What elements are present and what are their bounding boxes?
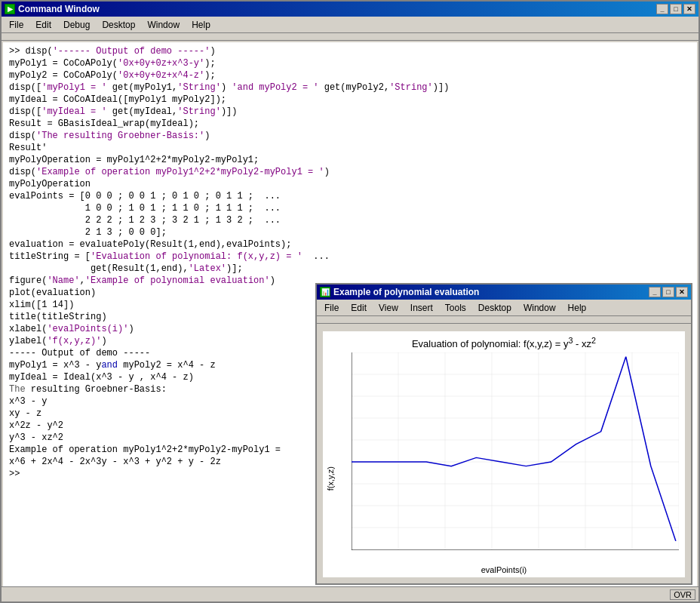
fig-title-controls: _ □ ✕ [649, 287, 688, 297]
code-line-5: myIdeal = CoCoAIdeal([myPoly1 myPoly2]); [9, 94, 691, 106]
code-line-16: 2 1 3 ; 0 0 0]; [9, 226, 691, 238]
code-line-1: >> disp('------ Output of demo -----') [9, 45, 691, 57]
code-line-9: Result' [9, 142, 691, 154]
y-axis-label: f(x,y,z) [326, 466, 335, 491]
code-line-2: myPoly1 = CoCoAPoly('0x+0y+0z+x^3-y'); [9, 57, 691, 69]
main-title-bar: ▶ Command Window _ □ ✕ [2, 2, 698, 17]
fig-toolbar [317, 316, 691, 324]
menu-file[interactable]: File [3, 18, 29, 32]
code-line-14: 1 0 0 ; 1 0 1 ; 1 1 0 ; 1 1 1 ; ... [9, 202, 691, 214]
figure-title-bar: 📊 Example of polynomial evaluation _ □ ✕ [317, 285, 691, 300]
menu-edit[interactable]: Edit [29, 18, 57, 32]
x-axis-label: evalPoints(i) [323, 565, 685, 574]
maximize-button[interactable]: □ [670, 4, 682, 14]
close-button[interactable]: ✕ [683, 4, 695, 14]
ovr-indicator: OVR [670, 589, 695, 600]
fig-menu-window[interactable]: Window [517, 301, 562, 315]
window-icon: ▶ [5, 4, 15, 14]
fig-menu-tools[interactable]: Tools [439, 301, 472, 315]
code-line-11: disp('Example of operation myPoly1^2+2*m… [9, 166, 691, 178]
code-line-13: evalPoints = [0 0 0 ; 0 0 1 ; 0 1 0 ; 0 … [9, 190, 691, 202]
code-line-15: 2 2 2 ; 1 2 3 ; 3 2 1 ; 1 3 2 ; ... [9, 214, 691, 226]
chart-title: Evaluation of polynomial: f(x,y,z) = y3 … [323, 331, 685, 351]
code-line-3: myPoly2 = CoCoAPoly('0x+0y+0z+x^4-z'); [9, 69, 691, 82]
code-line-6: disp(['myIdeal = ' get(myIdeal,'String')… [9, 106, 691, 118]
figure-title-text: Example of polynomial evaluation [333, 287, 479, 297]
main-title-text: Command Window [18, 4, 100, 14]
code-line-8: disp('The resulting Groebner-Basis:') [9, 130, 691, 142]
code-line-18: titleString = ['Evaluation of polynomial… [9, 251, 691, 263]
chart-area: Evaluation of polynomial: f(x,y,z) = y3 … [323, 331, 685, 577]
code-line-7: Result = GBasisIdeal_wrap(myIdeal); [9, 118, 691, 130]
fig-close-button[interactable]: ✕ [676, 287, 688, 297]
fig-menu-file[interactable]: File [318, 301, 345, 315]
fig-menu-edit[interactable]: Edit [345, 301, 373, 315]
title-controls: _ □ ✕ [656, 4, 695, 14]
code-line-10: myPolyOperation = myPoly1^2+2*myPoly2-my… [9, 154, 691, 166]
fig-window-icon: 📊 [320, 287, 330, 297]
menu-desktop[interactable]: Desktop [96, 18, 141, 32]
status-bar: OVR [2, 586, 698, 601]
fig-minimize-button[interactable]: _ [649, 287, 661, 297]
menu-debug[interactable]: Debug [57, 18, 96, 32]
code-line-12: myPolyOperation [9, 178, 691, 190]
title-left: ▶ Command Window [5, 4, 100, 14]
code-line-17: evaluation = evaluatePoly(Result(1,end),… [9, 238, 691, 251]
menu-help[interactable]: Help [186, 18, 216, 32]
minimize-button[interactable]: _ [656, 4, 668, 14]
figure-content: Evaluation of polynomial: f(x,y,z) = y3 … [317, 325, 691, 583]
figure-window: 📊 Example of polynomial evaluation _ □ ✕… [315, 283, 692, 585]
fig-title-left: 📊 Example of polynomial evaluation [320, 287, 479, 297]
fig-maximize-button[interactable]: □ [662, 287, 674, 297]
menu-window[interactable]: Window [141, 18, 186, 32]
fig-menu-help[interactable]: Help [562, 301, 593, 315]
fig-menu-insert[interactable]: Insert [404, 301, 439, 315]
code-line-4: disp(['myPoly1 = ' get(myPoly1,'String')… [9, 82, 691, 94]
figure-menu-bar: File Edit View Insert Tools Desktop Wind… [317, 300, 691, 316]
main-menu-bar: File Edit Debug Desktop Window Help [2, 17, 698, 33]
code-line-19: get(Result(1,end),'Latex')]; [9, 263, 691, 275]
fig-menu-desktop[interactable]: Desktop [472, 301, 517, 315]
fig-menu-view[interactable]: View [373, 301, 404, 315]
chart-svg: 25 20 15 10 5 0 -5 -10 -15 -20 2 4 6 8 1… [352, 352, 679, 550]
toolbar-strip [2, 33, 698, 41]
